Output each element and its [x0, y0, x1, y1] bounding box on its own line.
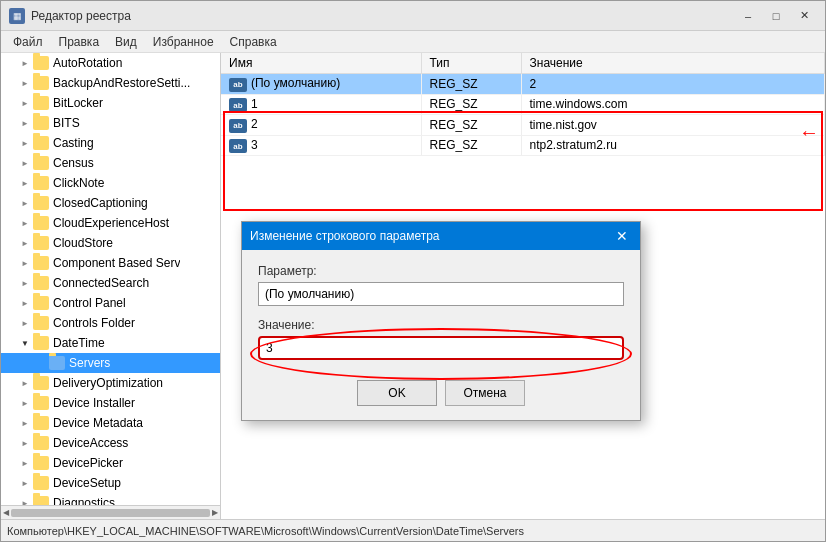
tree-expand-arrow[interactable]: ► [17, 475, 33, 491]
tree-item[interactable]: ▼DateTime [1, 333, 220, 353]
tree-item[interactable]: ►ClickNote [1, 173, 220, 193]
tree-item-label: Casting [53, 136, 94, 150]
table-row[interactable]: ab3REG_SZntp2.stratum2.ru [221, 135, 825, 156]
tree-expand-arrow[interactable]: ► [17, 295, 33, 311]
tree-item-label: Component Based Serv [53, 256, 180, 270]
col-name[interactable]: Имя [221, 53, 421, 74]
tree-item[interactable]: ►BitLocker [1, 93, 220, 113]
col-type[interactable]: Тип [421, 53, 521, 74]
close-button[interactable]: ✕ [791, 6, 817, 26]
tree-expand-arrow[interactable]: ► [17, 435, 33, 451]
minimize-button[interactable]: – [735, 6, 761, 26]
tree-item-label: BitLocker [53, 96, 103, 110]
table-row[interactable]: ab(По умолчанию)REG_SZ2 [221, 74, 825, 95]
tree-expand-arrow[interactable]: ► [17, 95, 33, 111]
tree-item-label: DevicePicker [53, 456, 123, 470]
tree-item-label: Diagnostics [53, 496, 115, 505]
folder-icon [33, 56, 49, 70]
menu-view[interactable]: Вид [107, 33, 145, 51]
string-edit-dialog[interactable]: Изменение строкового параметра ✕ Парамет… [241, 221, 641, 421]
tree-item[interactable]: ►CloudExperienceHost [1, 213, 220, 233]
tree-item-label: Servers [69, 356, 110, 370]
tree-expand-arrow[interactable]: ► [17, 275, 33, 291]
tree-expand-arrow[interactable]: ► [17, 135, 33, 151]
menu-favorites[interactable]: Избранное [145, 33, 222, 51]
tree-item[interactable]: ►ClosedCaptioning [1, 193, 220, 213]
folder-icon [33, 416, 49, 430]
tree-panel: ►AutoRotation►BackupAndRestoreSetti...►B… [1, 53, 221, 519]
menu-help[interactable]: Справка [222, 33, 285, 51]
cancel-button[interactable]: Отмена [445, 380, 525, 406]
status-path: Компьютер\HKEY_LOCAL_MACHINE\SOFTWARE\Mi… [7, 525, 524, 537]
tree-expand-arrow[interactable]: ► [17, 75, 33, 91]
dialog-close-button[interactable]: ✕ [612, 226, 632, 246]
tree-item[interactable]: ►DeliveryOptimization [1, 373, 220, 393]
folder-icon [33, 176, 49, 190]
tree-item[interactable]: ►DevicePicker [1, 453, 220, 473]
reg-name-cell: ab3 [221, 135, 421, 156]
tree-item[interactable]: ►Census [1, 153, 220, 173]
tree-expand-arrow[interactable]: ► [17, 115, 33, 131]
title-bar: ▦ Редактор реестра – □ ✕ [1, 1, 825, 31]
app-icon: ▦ [9, 8, 25, 24]
tree-expand-arrow[interactable]: ► [17, 235, 33, 251]
tree-item-label: DeliveryOptimization [53, 376, 163, 390]
param-input[interactable] [258, 282, 624, 306]
scroll-right-arrow[interactable]: ▶ [212, 508, 218, 517]
reg-type-cell: REG_SZ [421, 135, 521, 156]
value-input[interactable] [258, 336, 624, 360]
tree-item-label: ClosedCaptioning [53, 196, 148, 210]
tree-expand-arrow[interactable]: ► [17, 455, 33, 471]
tree-item[interactable]: ►Device Metadata [1, 413, 220, 433]
tree-item[interactable]: ►Control Panel [1, 293, 220, 313]
tree-expand-arrow[interactable]: ► [17, 315, 33, 331]
tree-item[interactable]: ►DeviceAccess [1, 433, 220, 453]
scroll-left-arrow[interactable]: ◀ [3, 508, 9, 517]
dialog-buttons: OK Отмена [258, 380, 624, 406]
tree-item-label: Controls Folder [53, 316, 135, 330]
reg-type-cell: REG_SZ [421, 115, 521, 136]
folder-icon [33, 496, 49, 505]
menu-file[interactable]: Файл [5, 33, 51, 51]
folder-icon [33, 316, 49, 330]
ok-button[interactable]: OK [357, 380, 437, 406]
tree-horizontal-scroll[interactable]: ◀ ▶ [1, 505, 220, 519]
tree-item[interactable]: ►BackupAndRestoreSetti... [1, 73, 220, 93]
tree-expand-arrow[interactable] [33, 355, 49, 371]
tree-expand-arrow[interactable]: ► [17, 155, 33, 171]
tree-expand-arrow[interactable]: ► [17, 55, 33, 71]
tree-expand-arrow[interactable]: ► [17, 255, 33, 271]
folder-icon [33, 276, 49, 290]
tree-expand-arrow[interactable]: ► [17, 195, 33, 211]
tree-item[interactable]: ►CloudStore [1, 233, 220, 253]
folder-icon [33, 456, 49, 470]
tree-expand-arrow[interactable]: ► [17, 495, 33, 505]
tree-item-label: ClickNote [53, 176, 104, 190]
col-value[interactable]: Значение [521, 53, 825, 74]
maximize-button[interactable]: □ [763, 6, 789, 26]
tree-item[interactable]: ►Diagnostics [1, 493, 220, 505]
tree-item[interactable]: ►DeviceSetup [1, 473, 220, 493]
tree-expand-arrow[interactable]: ► [17, 395, 33, 411]
folder-icon [33, 376, 49, 390]
folder-icon [33, 96, 49, 110]
tree-expand-arrow[interactable]: ► [17, 215, 33, 231]
tree-expand-arrow[interactable]: ► [17, 375, 33, 391]
tree-expand-arrow[interactable]: ▼ [17, 335, 33, 351]
tree-scroll[interactable]: ►AutoRotation►BackupAndRestoreSetti...►B… [1, 53, 220, 505]
tree-item[interactable]: ►Casting [1, 133, 220, 153]
reg-value-cell: 2 [521, 74, 825, 95]
tree-expand-arrow[interactable]: ► [17, 175, 33, 191]
folder-icon [49, 356, 65, 370]
tree-item[interactable]: ►Device Installer [1, 393, 220, 413]
tree-expand-arrow[interactable]: ► [17, 415, 33, 431]
tree-item[interactable]: ►Component Based Serv [1, 253, 220, 273]
tree-item[interactable]: ►Controls Folder [1, 313, 220, 333]
tree-item[interactable]: ►BITS [1, 113, 220, 133]
table-row[interactable]: ab1REG_SZtime.windows.com [221, 94, 825, 115]
tree-item[interactable]: Servers [1, 353, 220, 373]
menu-edit[interactable]: Правка [51, 33, 108, 51]
table-row[interactable]: ab2REG_SZtime.nist.gov [221, 115, 825, 136]
tree-item[interactable]: ►ConnectedSearch [1, 273, 220, 293]
tree-item[interactable]: ►AutoRotation [1, 53, 220, 73]
